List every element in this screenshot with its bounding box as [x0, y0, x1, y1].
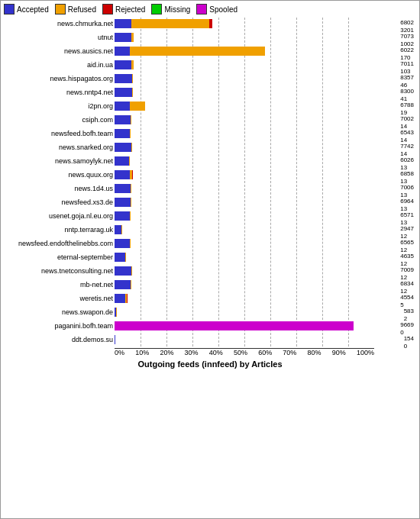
table-row: usenet.goja.nl.eu.org657113	[115, 210, 374, 222]
table-row: news.quux.org685813	[115, 169, 374, 181]
bar-group: 602613	[115, 156, 374, 166]
bar-refused	[131, 33, 134, 42]
bar-value: 700613	[400, 184, 414, 198]
bar-accepted	[115, 88, 132, 97]
legend-color-accepted	[4, 4, 15, 15]
row-label: csiph.com	[6, 116, 113, 124]
row-label: ddt.demos.su	[6, 336, 113, 343]
bar-rejected	[209, 19, 212, 28]
table-row: news.chmurka.net68023201	[115, 18, 374, 30]
row-label: news.quux.org	[6, 171, 113, 179]
bar-group: 700214	[115, 115, 374, 124]
x-tick: 0%	[115, 349, 124, 356]
bar-group: 835746	[115, 74, 374, 83]
bar-value: 685813	[400, 170, 414, 185]
x-tick: 50%	[234, 349, 247, 356]
bar-group: 7011103	[115, 60, 374, 69]
row-label: news.chmurka.net	[6, 20, 113, 27]
bar-accepted	[115, 294, 125, 303]
bar-value: 830041	[400, 88, 414, 102]
bar-accepted	[115, 211, 130, 221]
table-row: newsfeed.xs3.de696413	[115, 196, 374, 208]
row-label: paganini.bofh.team	[6, 322, 113, 330]
bar-value: 700912	[400, 266, 414, 281]
bar-group: 654314	[115, 129, 374, 138]
row-label: news.swapon.de	[6, 308, 113, 316]
bar-accepted	[115, 170, 130, 179]
bar-accepted	[115, 33, 131, 42]
bar-value: 700214	[400, 115, 414, 130]
bar-value: 6022170	[400, 47, 414, 61]
bar-accepted	[115, 335, 115, 344]
table-row: ddt.demos.su1540	[115, 334, 374, 346]
x-tick: 40%	[209, 349, 223, 356]
row-label: nntp.terrarag.uk	[6, 226, 113, 234]
bar-value: 656512	[400, 239, 414, 253]
table-row: news.swapon.de5832	[115, 306, 374, 318]
bar-accepted	[115, 102, 130, 111]
bar-group: 683412	[115, 280, 374, 289]
bar-accepted	[115, 198, 131, 207]
legend-label-refused: Refused	[68, 5, 96, 14]
bar-accepted	[115, 19, 131, 28]
table-row: newsfeed.endofthelinebbs.com656512	[115, 237, 374, 250]
bar-group: 5832	[115, 308, 374, 317]
bar-spooled	[115, 321, 354, 330]
bar-group: 700912	[115, 266, 374, 276]
row-label: news.hispagatos.org	[6, 75, 113, 82]
legend-label-spooled: Spooled	[209, 5, 237, 14]
x-label: Outgoing feeds (innfeed) by Articles	[4, 359, 416, 369]
legend-label-missing: Missing	[164, 5, 190, 14]
bar-group: 774214	[115, 143, 374, 152]
bar-value: 5832	[404, 308, 414, 322]
legend-color-rejected	[102, 4, 113, 15]
bar-group: 45545	[115, 294, 374, 303]
x-tick: 100%	[357, 349, 374, 356]
bar-refused	[131, 60, 134, 69]
table-row: weretis.net45545	[115, 292, 374, 305]
row-label: news.nntp4.net	[6, 89, 113, 96]
table-row: csiph.com700214	[115, 114, 374, 126]
x-tick: 80%	[308, 349, 321, 356]
legend: AcceptedRefusedRejectedMissingSpooled	[4, 4, 416, 15]
row-label: newsfeed.endofthelinebbs.com	[6, 240, 113, 247]
table-row: news.1d4.us700613	[115, 182, 374, 195]
bar-accepted	[115, 143, 131, 152]
legend-color-spooled	[196, 4, 207, 15]
bar-group: 685813	[115, 170, 374, 179]
table-row: aid.in.ua7011103	[115, 59, 374, 71]
x-tick: 30%	[185, 349, 199, 356]
legend-color-refused	[55, 4, 66, 15]
row-label: newsfeed.xs3.de	[6, 198, 113, 206]
bar-group: 463512	[115, 253, 374, 262]
x-axis: 0%10%20%30%40%50%60%70%80%90%100%	[115, 348, 374, 356]
table-row: news.nntp4.net830041	[115, 86, 374, 98]
legend-item-rejected: Rejected	[102, 4, 145, 15]
bar-accepted	[115, 225, 121, 234]
bar-value: 45545	[400, 294, 414, 308]
bar-refused	[131, 115, 131, 124]
bar-value: 7011103	[400, 60, 414, 75]
bar-refused	[131, 143, 132, 152]
bar-value: 696413	[400, 198, 414, 212]
row-label: i2pn.org	[6, 102, 113, 110]
bar-group: 6022170	[115, 47, 374, 56]
legend-item-spooled: Spooled	[196, 4, 237, 15]
bar-group: 700613	[115, 184, 374, 193]
table-row: news.ausics.net6022170	[115, 45, 374, 57]
bar-refused	[132, 74, 133, 83]
bar-value: 70731002	[400, 33, 414, 47]
bar-group: 1540	[115, 335, 374, 344]
bar-refused	[132, 88, 133, 97]
bar-value: 463512	[400, 253, 414, 267]
bar-accepted	[115, 156, 129, 166]
table-row: mb-net.net683412	[115, 279, 374, 291]
bar-group: 96690	[115, 321, 374, 330]
row-label: newsfeed.bofh.team	[6, 130, 113, 137]
bar-refused	[130, 129, 131, 138]
bar-accepted	[115, 129, 130, 138]
row-label: news.samoylyk.net	[6, 157, 113, 165]
bar-group: 830041	[115, 88, 374, 97]
bar-accepted	[115, 115, 131, 124]
legend-color-missing	[151, 4, 162, 15]
